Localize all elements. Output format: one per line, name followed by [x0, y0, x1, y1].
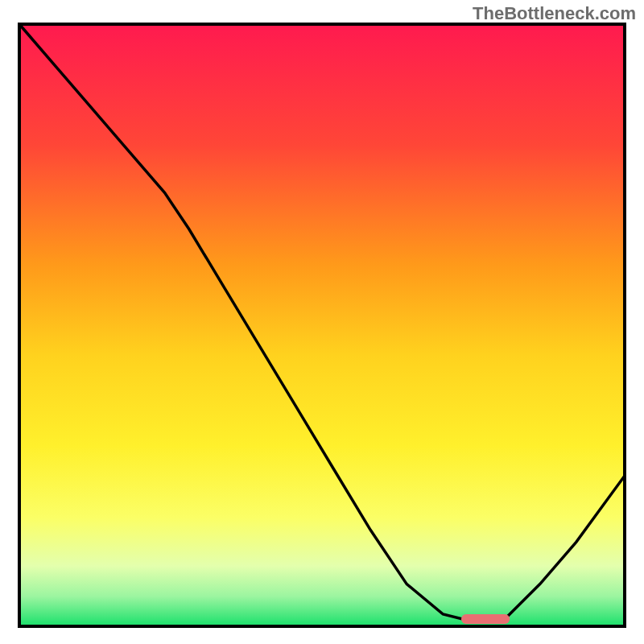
- gradient-background: [19, 24, 625, 626]
- watermark-label: TheBottleneck.com: [473, 3, 636, 24]
- valley-marker: [461, 614, 510, 624]
- chart-container: TheBottleneck.com: [0, 0, 644, 644]
- bottleneck-chart: [0, 0, 644, 644]
